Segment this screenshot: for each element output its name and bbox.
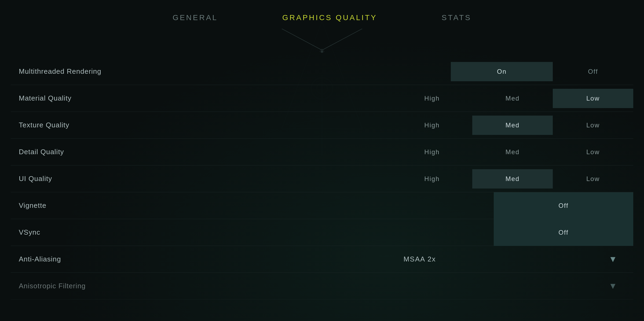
options-detail-quality: High Med Low bbox=[231, 142, 633, 162]
option-vsync-off[interactable]: Off bbox=[494, 219, 633, 246]
row-multithreaded-rendering: Multithreaded Rendering On Off bbox=[11, 58, 633, 85]
option-texture-med[interactable]: Med bbox=[472, 116, 553, 135]
options-vsync: On Off bbox=[231, 223, 633, 242]
row-detail-quality: Detail Quality High Med Low bbox=[11, 139, 633, 165]
option-ui-low[interactable]: Low bbox=[553, 169, 633, 189]
svg-line-1 bbox=[322, 29, 362, 50]
tab-graphics[interactable]: GRAPHICS QUALITY bbox=[250, 8, 409, 27]
row-ui-quality: UI Quality High Med Low bbox=[11, 165, 633, 192]
option-multithreaded-on[interactable]: On bbox=[451, 62, 553, 81]
nav-tabs: GENERAL GRAPHICS QUALITY STATS bbox=[0, 0, 644, 27]
option-multithreaded-off[interactable]: Off bbox=[553, 62, 633, 81]
option-vignette-off[interactable]: Off bbox=[494, 192, 633, 219]
label-texture-quality: Texture Quality bbox=[11, 121, 231, 129]
tab-stats[interactable]: STATS bbox=[409, 8, 504, 27]
tab-decoration bbox=[0, 29, 644, 53]
row-anisotropic-filtering: Anisotropic Filtering ▼ bbox=[11, 273, 633, 300]
label-vsync: VSync bbox=[11, 228, 231, 237]
options-multithreaded-rendering: On Off bbox=[231, 62, 633, 81]
option-material-med[interactable]: Med bbox=[472, 89, 553, 108]
label-vignette: Vignette bbox=[11, 201, 231, 210]
option-texture-low[interactable]: Low bbox=[553, 116, 633, 135]
dropdown-arrow-anisotropic[interactable]: ▼ bbox=[609, 281, 633, 291]
row-texture-quality: Texture Quality High Med Low bbox=[11, 112, 633, 139]
option-material-high[interactable]: High bbox=[392, 89, 472, 108]
label-ui-quality: UI Quality bbox=[11, 175, 231, 183]
row-vignette: Vignette On Off bbox=[11, 192, 633, 219]
label-material-quality: Material Quality bbox=[11, 94, 231, 102]
row-anti-aliasing: Anti-Aliasing MSAA 2x ▼ bbox=[11, 246, 633, 273]
label-anti-aliasing: Anti-Aliasing bbox=[11, 255, 231, 263]
option-ui-high[interactable]: High bbox=[392, 169, 472, 189]
tab-general[interactable]: GENERAL bbox=[140, 8, 250, 27]
option-ui-med[interactable]: Med bbox=[472, 169, 553, 189]
label-anisotropic-filtering: Anisotropic Filtering bbox=[11, 282, 231, 290]
row-vsync: VSync On Off bbox=[11, 219, 633, 246]
settings-list: Multithreaded Rendering On Off Material … bbox=[0, 58, 644, 300]
options-anti-aliasing: MSAA 2x ▼ bbox=[231, 254, 633, 264]
options-vignette: On Off bbox=[231, 196, 633, 215]
options-ui-quality: High Med Low bbox=[231, 169, 633, 189]
dropdown-arrow-anti-aliasing[interactable]: ▼ bbox=[609, 254, 633, 264]
option-detail-high[interactable]: High bbox=[392, 142, 472, 162]
svg-point-4 bbox=[321, 51, 323, 52]
options-material-quality: High Med Low bbox=[231, 89, 633, 108]
options-anisotropic-filtering: ▼ bbox=[231, 281, 633, 291]
option-detail-med[interactable]: Med bbox=[472, 142, 553, 162]
option-material-low[interactable]: Low bbox=[553, 89, 633, 108]
dropdown-anti-aliasing[interactable]: MSAA 2x bbox=[231, 255, 609, 263]
svg-line-0 bbox=[282, 29, 322, 50]
option-texture-high[interactable]: High bbox=[392, 116, 472, 135]
label-multithreaded-rendering: Multithreaded Rendering bbox=[11, 67, 231, 76]
label-detail-quality: Detail Quality bbox=[11, 148, 231, 156]
row-material-quality: Material Quality High Med Low bbox=[11, 85, 633, 112]
settings-container: GENERAL GRAPHICS QUALITY STATS Multithre… bbox=[0, 0, 644, 321]
options-texture-quality: High Med Low bbox=[231, 116, 633, 135]
option-detail-low[interactable]: Low bbox=[553, 142, 633, 162]
